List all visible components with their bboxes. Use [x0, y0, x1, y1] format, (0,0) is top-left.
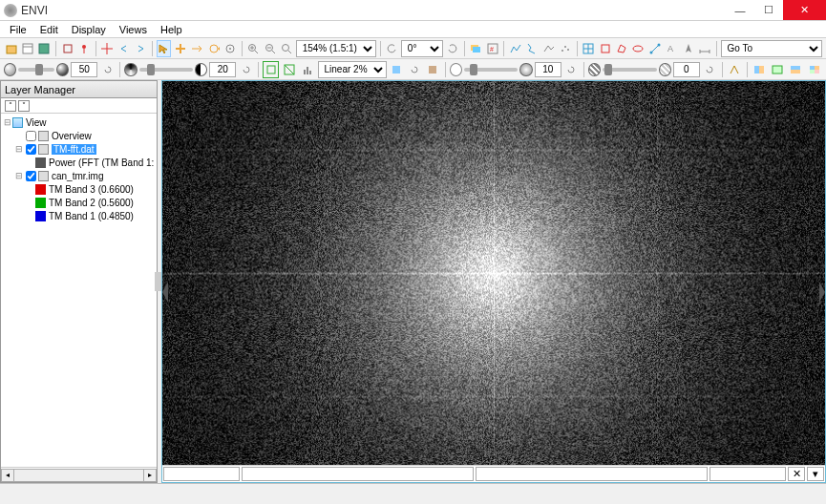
- menu-help[interactable]: Help: [155, 23, 188, 36]
- minimize-button[interactable]: —: [726, 0, 754, 20]
- collapse-up-icon[interactable]: ˄: [5, 100, 16, 112]
- crosshair-icon[interactable]: [100, 40, 115, 57]
- stretch-hist-icon[interactable]: [299, 61, 315, 78]
- brightness-slider[interactable]: [18, 68, 54, 72]
- menu-views[interactable]: Views: [114, 23, 153, 36]
- scatter-icon[interactable]: [558, 40, 572, 57]
- pin-icon[interactable]: [76, 40, 91, 57]
- north-icon[interactable]: [681, 40, 695, 57]
- select-icon[interactable]: [157, 40, 171, 57]
- grid-icon[interactable]: [582, 40, 596, 57]
- layers-icon[interactable]: [469, 40, 483, 57]
- contrast-slider[interactable]: [139, 68, 193, 72]
- maximize-button[interactable]: ☐: [754, 0, 783, 20]
- rotate-combo[interactable]: 0°: [401, 40, 444, 57]
- scroll-left-icon[interactable]: ◂: [1, 469, 14, 482]
- view-expand-icon[interactable]: ▾: [807, 467, 824, 481]
- sharpen-reset-icon[interactable]: [563, 61, 580, 78]
- view-flicker-icon[interactable]: [770, 61, 786, 78]
- brightness-icon: [4, 63, 16, 76]
- stretch-rect-icon[interactable]: [263, 61, 279, 78]
- stretch-full-icon[interactable]: [281, 61, 297, 78]
- menu-display[interactable]: Display: [66, 23, 112, 36]
- roi-rect-icon[interactable]: [598, 40, 612, 57]
- layer-manager-panel: Layer Manager ˄ ˅ ⊟View Overview ⊟TM-fft…: [0, 80, 158, 483]
- zoom-extent-icon[interactable]: [279, 40, 293, 57]
- contrast-reset-icon[interactable]: [238, 61, 254, 78]
- transparency-reset-icon[interactable]: [702, 61, 718, 78]
- svg-rect-56: [815, 70, 819, 74]
- sharpen-slider[interactable]: [464, 68, 518, 72]
- brightness-value[interactable]: [71, 62, 97, 77]
- collapse-down-icon[interactable]: ˅: [18, 100, 30, 112]
- cursor-value-icon[interactable]: #: [485, 40, 499, 57]
- tree-file-fft[interactable]: ⊟TM-fft.dat: [3, 142, 155, 156]
- status-cell-1: [163, 467, 240, 481]
- svg-rect-46: [392, 66, 400, 74]
- transparency-value[interactable]: [673, 62, 700, 77]
- layer-tree[interactable]: ⊟View Overview ⊟TM-fft.dat Power (FFT (T…: [1, 114, 157, 467]
- save-icon[interactable]: [37, 40, 52, 57]
- profile-z-icon[interactable]: [541, 40, 556, 57]
- open-icon[interactable]: [4, 40, 18, 57]
- view-swipe-icon[interactable]: [752, 61, 768, 78]
- stretch-combo[interactable]: Linear 2%: [318, 61, 387, 78]
- scroll-right-icon[interactable]: ▸: [143, 469, 157, 482]
- tree-band-1[interactable]: TM Band 1 (0.4850): [3, 209, 155, 222]
- svg-line-42: [285, 65, 294, 74]
- tree-overview[interactable]: Overview: [3, 129, 155, 142]
- zoom-in-icon[interactable]: [245, 40, 260, 57]
- stretch-apply-icon[interactable]: [389, 61, 405, 78]
- pan-icon[interactable]: [173, 40, 187, 57]
- image-view[interactable]: ✕ ▾: [161, 80, 826, 483]
- annotation-icon[interactable]: A: [665, 40, 679, 57]
- contrast-icon: [124, 63, 137, 76]
- menu-edit[interactable]: Edit: [34, 23, 64, 36]
- statusbar: [0, 483, 826, 504]
- svg-rect-4: [64, 45, 72, 52]
- view-blend-icon[interactable]: [788, 61, 804, 78]
- profile-x-icon[interactable]: [508, 40, 522, 57]
- view-close-icon[interactable]: ✕: [788, 467, 805, 481]
- svg-point-35: [657, 43, 660, 46]
- stretch-settings-icon[interactable]: [425, 61, 441, 78]
- undo-icon[interactable]: [116, 40, 131, 57]
- stretch-refresh-icon[interactable]: [407, 61, 423, 78]
- panel-hscroll[interactable]: ◂ ▸: [1, 467, 157, 482]
- sharpen-value[interactable]: [535, 62, 561, 77]
- view-grid-icon[interactable]: [806, 61, 822, 78]
- scale-icon[interactable]: [697, 40, 711, 57]
- tree-band-2[interactable]: TM Band 2 (0.5600): [3, 196, 155, 209]
- rotate-icon[interactable]: [206, 40, 221, 57]
- transparency-slider[interactable]: [603, 68, 656, 72]
- svg-rect-45: [309, 71, 311, 74]
- svg-point-34: [649, 51, 652, 53]
- rotate-cw-icon[interactable]: [445, 40, 459, 57]
- roi-ellipse-icon[interactable]: [631, 40, 646, 57]
- status-cell-2: [242, 467, 474, 481]
- vector-icon[interactable]: [647, 40, 662, 57]
- chip-icon[interactable]: [60, 40, 74, 57]
- roi-poly-icon[interactable]: [614, 40, 628, 57]
- rotate-ccw-icon[interactable]: [384, 40, 398, 57]
- redo-icon[interactable]: [133, 40, 147, 57]
- zoom-out-icon[interactable]: [263, 40, 277, 57]
- tree-band-3[interactable]: TM Band 3 (0.6600): [3, 182, 155, 196]
- data-manager-icon[interactable]: [20, 40, 34, 57]
- zoom-combo[interactable]: 154% (1.5:1): [296, 40, 376, 57]
- target-icon[interactable]: [222, 40, 237, 57]
- tree-file-cantmr[interactable]: ⊟can_tmr.img: [3, 169, 155, 182]
- fft-display[interactable]: [162, 81, 825, 465]
- goto-combo[interactable]: Go To: [721, 40, 822, 57]
- svg-rect-55: [810, 70, 815, 74]
- close-button[interactable]: ✕: [783, 0, 826, 20]
- menu-file[interactable]: File: [4, 23, 32, 36]
- tree-band-power[interactable]: Power (FFT (TM Band 1:: [3, 156, 155, 169]
- profile-y-icon[interactable]: [525, 40, 540, 57]
- svg-rect-53: [810, 66, 815, 70]
- portal-icon[interactable]: [727, 61, 743, 78]
- brightness-reset-icon[interactable]: [99, 61, 116, 78]
- fly-icon[interactable]: [189, 40, 203, 57]
- contrast-value[interactable]: [209, 62, 236, 77]
- tree-root[interactable]: ⊟View: [3, 116, 155, 129]
